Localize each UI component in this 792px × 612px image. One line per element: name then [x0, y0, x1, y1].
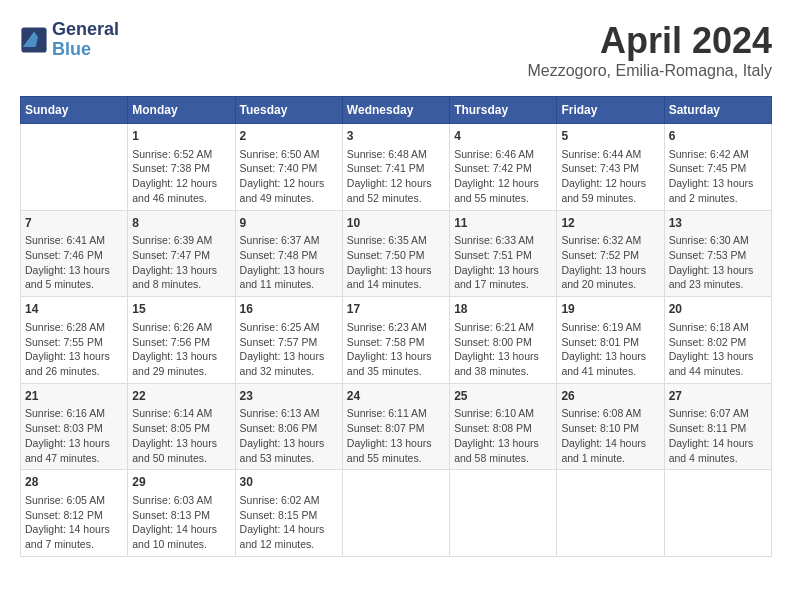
- day-info: Sunrise: 6:23 AM Sunset: 7:58 PM Dayligh…: [347, 320, 445, 379]
- calendar-subtitle: Mezzogoro, Emilia-Romagna, Italy: [527, 62, 772, 80]
- day-number: 23: [240, 388, 338, 405]
- header-cell-friday: Friday: [557, 97, 664, 124]
- day-number: 16: [240, 301, 338, 318]
- day-cell: 6Sunrise: 6:42 AM Sunset: 7:45 PM Daylig…: [664, 124, 771, 211]
- day-number: 3: [347, 128, 445, 145]
- day-info: Sunrise: 6:26 AM Sunset: 7:56 PM Dayligh…: [132, 320, 230, 379]
- day-cell: 14Sunrise: 6:28 AM Sunset: 7:55 PM Dayli…: [21, 297, 128, 384]
- header-cell-saturday: Saturday: [664, 97, 771, 124]
- day-info: Sunrise: 6:03 AM Sunset: 8:13 PM Dayligh…: [132, 493, 230, 552]
- day-cell: 9Sunrise: 6:37 AM Sunset: 7:48 PM Daylig…: [235, 210, 342, 297]
- day-cell: 15Sunrise: 6:26 AM Sunset: 7:56 PM Dayli…: [128, 297, 235, 384]
- week-row-3: 14Sunrise: 6:28 AM Sunset: 7:55 PM Dayli…: [21, 297, 772, 384]
- week-row-1: 1Sunrise: 6:52 AM Sunset: 7:38 PM Daylig…: [21, 124, 772, 211]
- day-cell: 19Sunrise: 6:19 AM Sunset: 8:01 PM Dayli…: [557, 297, 664, 384]
- day-number: 8: [132, 215, 230, 232]
- day-cell: 10Sunrise: 6:35 AM Sunset: 7:50 PM Dayli…: [342, 210, 449, 297]
- day-cell: 26Sunrise: 6:08 AM Sunset: 8:10 PM Dayli…: [557, 383, 664, 470]
- day-info: Sunrise: 6:33 AM Sunset: 7:51 PM Dayligh…: [454, 233, 552, 292]
- day-info: Sunrise: 6:10 AM Sunset: 8:08 PM Dayligh…: [454, 406, 552, 465]
- week-row-4: 21Sunrise: 6:16 AM Sunset: 8:03 PM Dayli…: [21, 383, 772, 470]
- day-number: 13: [669, 215, 767, 232]
- day-info: Sunrise: 6:52 AM Sunset: 7:38 PM Dayligh…: [132, 147, 230, 206]
- day-info: Sunrise: 6:39 AM Sunset: 7:47 PM Dayligh…: [132, 233, 230, 292]
- day-number: 26: [561, 388, 659, 405]
- day-info: Sunrise: 6:19 AM Sunset: 8:01 PM Dayligh…: [561, 320, 659, 379]
- header-cell-thursday: Thursday: [450, 97, 557, 124]
- day-info: Sunrise: 6:42 AM Sunset: 7:45 PM Dayligh…: [669, 147, 767, 206]
- day-info: Sunrise: 6:30 AM Sunset: 7:53 PM Dayligh…: [669, 233, 767, 292]
- day-info: Sunrise: 6:08 AM Sunset: 8:10 PM Dayligh…: [561, 406, 659, 465]
- day-info: Sunrise: 6:13 AM Sunset: 8:06 PM Dayligh…: [240, 406, 338, 465]
- day-info: Sunrise: 6:46 AM Sunset: 7:42 PM Dayligh…: [454, 147, 552, 206]
- day-number: 20: [669, 301, 767, 318]
- day-info: Sunrise: 6:44 AM Sunset: 7:43 PM Dayligh…: [561, 147, 659, 206]
- day-number: 7: [25, 215, 123, 232]
- day-number: 22: [132, 388, 230, 405]
- day-number: 5: [561, 128, 659, 145]
- day-number: 15: [132, 301, 230, 318]
- day-info: Sunrise: 6:32 AM Sunset: 7:52 PM Dayligh…: [561, 233, 659, 292]
- day-info: Sunrise: 6:07 AM Sunset: 8:11 PM Dayligh…: [669, 406, 767, 465]
- day-cell: 20Sunrise: 6:18 AM Sunset: 8:02 PM Dayli…: [664, 297, 771, 384]
- day-cell: 29Sunrise: 6:03 AM Sunset: 8:13 PM Dayli…: [128, 470, 235, 557]
- day-cell: 28Sunrise: 6:05 AM Sunset: 8:12 PM Dayli…: [21, 470, 128, 557]
- day-cell: 2Sunrise: 6:50 AM Sunset: 7:40 PM Daylig…: [235, 124, 342, 211]
- day-cell: [664, 470, 771, 557]
- day-number: 12: [561, 215, 659, 232]
- day-number: 28: [25, 474, 123, 491]
- day-info: Sunrise: 6:16 AM Sunset: 8:03 PM Dayligh…: [25, 406, 123, 465]
- day-info: Sunrise: 6:48 AM Sunset: 7:41 PM Dayligh…: [347, 147, 445, 206]
- day-cell: 21Sunrise: 6:16 AM Sunset: 8:03 PM Dayli…: [21, 383, 128, 470]
- day-cell: 11Sunrise: 6:33 AM Sunset: 7:51 PM Dayli…: [450, 210, 557, 297]
- day-cell: 4Sunrise: 6:46 AM Sunset: 7:42 PM Daylig…: [450, 124, 557, 211]
- day-number: 30: [240, 474, 338, 491]
- logo: General Blue: [20, 20, 119, 60]
- day-number: 2: [240, 128, 338, 145]
- week-row-5: 28Sunrise: 6:05 AM Sunset: 8:12 PM Dayli…: [21, 470, 772, 557]
- day-cell: 7Sunrise: 6:41 AM Sunset: 7:46 PM Daylig…: [21, 210, 128, 297]
- calendar-title: April 2024: [527, 20, 772, 62]
- day-number: 18: [454, 301, 552, 318]
- day-info: Sunrise: 6:18 AM Sunset: 8:02 PM Dayligh…: [669, 320, 767, 379]
- day-info: Sunrise: 6:28 AM Sunset: 7:55 PM Dayligh…: [25, 320, 123, 379]
- day-cell: 5Sunrise: 6:44 AM Sunset: 7:43 PM Daylig…: [557, 124, 664, 211]
- day-info: Sunrise: 6:37 AM Sunset: 7:48 PM Dayligh…: [240, 233, 338, 292]
- day-info: Sunrise: 6:50 AM Sunset: 7:40 PM Dayligh…: [240, 147, 338, 206]
- day-info: Sunrise: 6:02 AM Sunset: 8:15 PM Dayligh…: [240, 493, 338, 552]
- day-cell: 13Sunrise: 6:30 AM Sunset: 7:53 PM Dayli…: [664, 210, 771, 297]
- day-number: 11: [454, 215, 552, 232]
- day-number: 4: [454, 128, 552, 145]
- day-cell: 24Sunrise: 6:11 AM Sunset: 8:07 PM Dayli…: [342, 383, 449, 470]
- day-cell: 16Sunrise: 6:25 AM Sunset: 7:57 PM Dayli…: [235, 297, 342, 384]
- day-cell: 8Sunrise: 6:39 AM Sunset: 7:47 PM Daylig…: [128, 210, 235, 297]
- day-number: 25: [454, 388, 552, 405]
- logo-line2: Blue: [52, 40, 119, 60]
- day-cell: 12Sunrise: 6:32 AM Sunset: 7:52 PM Dayli…: [557, 210, 664, 297]
- day-number: 14: [25, 301, 123, 318]
- day-cell: [450, 470, 557, 557]
- day-info: Sunrise: 6:14 AM Sunset: 8:05 PM Dayligh…: [132, 406, 230, 465]
- day-info: Sunrise: 6:25 AM Sunset: 7:57 PM Dayligh…: [240, 320, 338, 379]
- day-cell: 17Sunrise: 6:23 AM Sunset: 7:58 PM Dayli…: [342, 297, 449, 384]
- day-cell: 25Sunrise: 6:10 AM Sunset: 8:08 PM Dayli…: [450, 383, 557, 470]
- day-number: 19: [561, 301, 659, 318]
- day-number: 27: [669, 388, 767, 405]
- day-number: 17: [347, 301, 445, 318]
- day-cell: 23Sunrise: 6:13 AM Sunset: 8:06 PM Dayli…: [235, 383, 342, 470]
- header-cell-sunday: Sunday: [21, 97, 128, 124]
- header-cell-tuesday: Tuesday: [235, 97, 342, 124]
- day-cell: 22Sunrise: 6:14 AM Sunset: 8:05 PM Dayli…: [128, 383, 235, 470]
- header-row: SundayMondayTuesdayWednesdayThursdayFrid…: [21, 97, 772, 124]
- day-info: Sunrise: 6:41 AM Sunset: 7:46 PM Dayligh…: [25, 233, 123, 292]
- calendar-table: SundayMondayTuesdayWednesdayThursdayFrid…: [20, 96, 772, 557]
- page-header: General Blue April 2024 Mezzogoro, Emili…: [20, 20, 772, 80]
- day-info: Sunrise: 6:05 AM Sunset: 8:12 PM Dayligh…: [25, 493, 123, 552]
- day-cell: 3Sunrise: 6:48 AM Sunset: 7:41 PM Daylig…: [342, 124, 449, 211]
- day-cell: 27Sunrise: 6:07 AM Sunset: 8:11 PM Dayli…: [664, 383, 771, 470]
- day-number: 24: [347, 388, 445, 405]
- week-row-2: 7Sunrise: 6:41 AM Sunset: 7:46 PM Daylig…: [21, 210, 772, 297]
- day-number: 21: [25, 388, 123, 405]
- day-number: 6: [669, 128, 767, 145]
- header-cell-wednesday: Wednesday: [342, 97, 449, 124]
